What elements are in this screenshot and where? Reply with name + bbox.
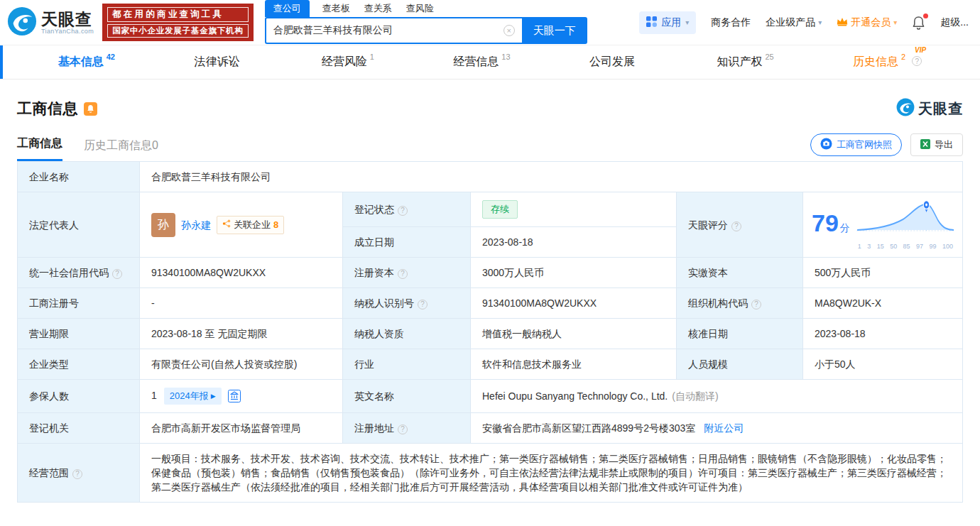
tab-company-development[interactable]: 公司发展 <box>589 55 638 70</box>
tab-operating-info[interactable]: 经营信息 13 <box>453 55 510 70</box>
field-value: 2023-08-18 <box>471 227 677 258</box>
tab-label: 公司发展 <box>589 55 635 70</box>
tianyancha-logo[interactable]: 天眼查 TianYanCha.com <box>7 6 94 39</box>
field-label: 参保人数 <box>18 380 140 413</box>
export-button-label: 导出 <box>935 138 953 151</box>
help-icon[interactable]: ? <box>398 424 408 434</box>
subtab-history-business-info[interactable]: 历史工商信息0 <box>84 138 158 161</box>
field-value: 合肥市高新开发区市场监督管理局 <box>140 413 343 444</box>
help-icon[interactable]: ? <box>72 469 82 479</box>
subscribe-bell-icon[interactable] <box>84 102 97 116</box>
table-row: 工商注册号 - 纳税人识别号? 91340100MA8QW2UKXX 组织机构代… <box>18 288 963 319</box>
field-label: 企业类型 <box>18 349 140 380</box>
apps-grid-icon <box>646 16 657 29</box>
tab-count: 13 <box>501 53 510 61</box>
section-header: 工商信息 天眼查 <box>17 98 963 119</box>
search-button[interactable]: 天眼一下 <box>522 17 587 44</box>
tab-label: 经营风险 <box>322 55 367 70</box>
field-label: 法定代表人 <box>18 192 140 258</box>
arrow-right-icon: ▶ <box>211 389 216 403</box>
logo-subtitle: TianYanCha.com <box>41 28 94 35</box>
subtab-business-info[interactable]: 工商信息 <box>17 136 62 161</box>
field-value: 合肥欧普三羊科技有限公司 <box>140 162 963 192</box>
tab-intellectual-property[interactable]: 知识产权 25 <box>717 55 773 70</box>
table-row: 营业期限 2023-08-18 至 无固定期限 纳税人资质 增值税一般纳税人 核… <box>18 319 963 349</box>
annual-report-badge[interactable]: 2024年报▶ <box>164 388 222 405</box>
business-info-table: 企业名称 合肥欧普三羊科技有限公司 法定代表人 孙 孙永建 <box>17 161 963 503</box>
table-row: 统一社会信用代码? 91340100MA8QW2UKXX 注册资本? 3000万… <box>18 258 963 288</box>
menu-vip-label: 开通会员 <box>851 16 891 29</box>
logo-title: 天眼查 <box>41 11 94 28</box>
subtab-count: 0 <box>152 139 158 151</box>
menu-super-vip[interactable]: 超级... <box>940 16 969 29</box>
help-icon[interactable]: ? <box>751 300 761 309</box>
tianyancha-logo-icon <box>896 98 915 119</box>
field-value: 3000万人民币 <box>471 258 677 288</box>
field-value: MA8QW2UK-X <box>803 288 963 319</box>
menu-business-cooperation[interactable]: 商务合作 <box>711 16 751 29</box>
chevron-down-icon: ▾ <box>685 18 689 26</box>
field-value: 91340100MA8QW2UKXX <box>471 288 677 319</box>
search-row: × 天眼一下 <box>265 17 587 44</box>
legal-rep-link[interactable]: 孙永建 <box>181 218 211 232</box>
official-snapshot-button[interactable]: 工商官网快照 <box>810 133 902 156</box>
menu-enterprise-products[interactable]: 企业级产品 ▾ <box>766 16 822 29</box>
slogan-banner: 都在用的商业查询工具 国家中小企业发展子基金旗下机构 <box>102 4 254 41</box>
help-icon[interactable]: ? <box>398 269 408 279</box>
menu-open-membership[interactable]: 开通会员 ▾ <box>837 16 897 29</box>
search-tab-boss[interactable]: 查老板 <box>321 0 352 17</box>
status-badge: 存续 <box>482 200 518 219</box>
field-label: 人员规模 <box>677 349 803 380</box>
main-content: 工商信息 天眼查 工商信息 历史工商信息0 <box>0 98 980 503</box>
notification-dot <box>923 13 928 18</box>
field-value: 500万人民币 <box>803 258 963 288</box>
auto-translate-note: (自动翻译) <box>672 390 718 402</box>
tab-label: 经营信息 <box>453 55 499 70</box>
field-value: 安徽省合肥市高新区望江西路4899号2号楼303室 附近公司 <box>471 413 963 444</box>
company-nav-tabs: 基本信息 42 法律诉讼 经营风险 1 经营信息 13 公司发展 知识产权 25… <box>0 45 980 80</box>
field-value: 一般项目：技术服务、技术开发、技术咨询、技术交流、技术转让、技术推广；第一类医疗… <box>140 444 963 503</box>
field-label: 纳税人资质 <box>343 319 471 349</box>
search-tab-relation[interactable]: 查关系 <box>363 0 393 17</box>
legal-rep-cell: 孙 孙永建 关联企业 8 <box>140 192 343 258</box>
field-label: 登记状态? <box>343 192 471 227</box>
tab-basic-info[interactable]: 基本信息 42 <box>58 55 115 70</box>
social-security-icon[interactable] <box>228 390 241 402</box>
crown-icon <box>837 17 848 28</box>
related-companies-icon <box>222 218 231 232</box>
tab-label: 基本信息 <box>58 55 104 70</box>
search-input[interactable] <box>265 17 522 44</box>
field-value: 存续 <box>471 192 677 227</box>
nav-items: 基本信息 42 法律诉讼 经营风险 1 经营信息 13 公司发展 知识产权 25… <box>0 45 980 79</box>
snapshot-button-label: 工商官网快照 <box>837 138 892 151</box>
tab-operating-risk[interactable]: 经营风险 1 <box>322 55 374 70</box>
tab-count: 2 <box>901 53 905 61</box>
help-icon[interactable]: ? <box>398 206 408 216</box>
chevron-down-icon: ▾ <box>818 18 822 26</box>
table-row: 企业类型 有限责任公司(自然人投资或控股) 行业 软件和信息技术服务业 人员规模… <box>18 349 963 380</box>
field-label: 登记机关 <box>18 413 140 444</box>
export-button[interactable]: 导出 <box>910 133 963 156</box>
search-tab-company[interactable]: 查公司 <box>265 0 310 17</box>
top-bar: 天眼查 TianYanCha.com 都在用的商业查询工具 国家中小企业发展子基… <box>0 0 980 45</box>
apps-menu-button[interactable]: 应用 ▾ <box>639 11 696 34</box>
avatar[interactable]: 孙 <box>151 213 175 237</box>
tab-history-info[interactable]: VIP 历史信息 2 ? <box>853 55 922 70</box>
tab-label: 历史信息 <box>853 55 898 70</box>
help-icon[interactable]: ? <box>112 269 122 279</box>
help-icon[interactable]: ? <box>418 300 428 309</box>
field-label: 经营范围? <box>18 444 140 503</box>
clear-search-icon[interactable]: × <box>503 25 515 36</box>
field-label: 注册地址? <box>343 413 471 444</box>
search-tab-risk[interactable]: 查风险 <box>405 0 435 17</box>
table-row: 经营范围? 一般项目：技术服务、技术开发、技术咨询、技术交流、技术转让、技术推广… <box>18 444 963 503</box>
nearby-companies-link[interactable]: 附近公司 <box>704 422 744 434</box>
tab-count: 42 <box>107 53 115 61</box>
help-icon[interactable]: ? <box>731 221 741 231</box>
notification-bell-icon[interactable] <box>912 16 925 30</box>
related-companies-badge[interactable]: 关联企业 8 <box>217 216 284 234</box>
help-icon[interactable]: ? <box>912 56 922 66</box>
field-label: 成立日期 <box>343 227 471 258</box>
tab-legal-proceedings[interactable]: 法律诉讼 <box>194 55 242 70</box>
tab-count: 1 <box>370 53 374 61</box>
